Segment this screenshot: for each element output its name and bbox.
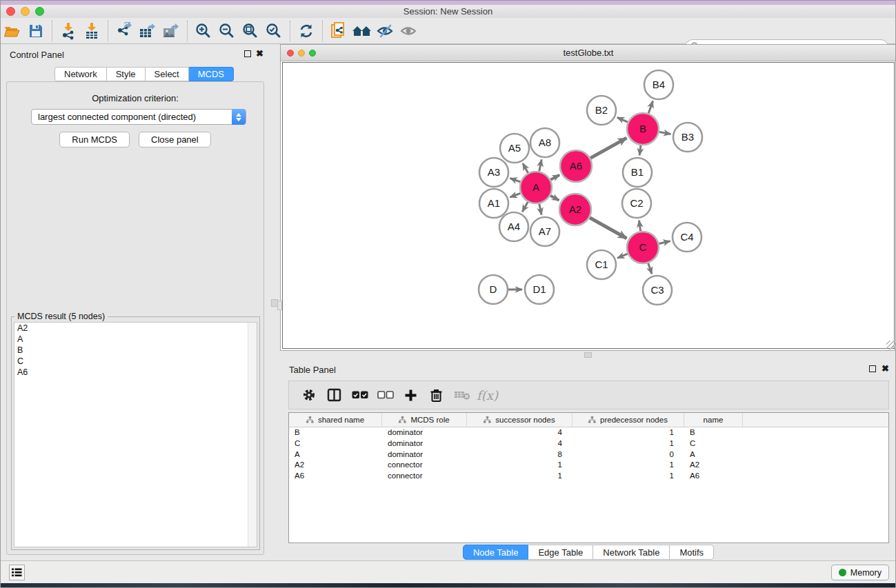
- table-row[interactable]: Bdominator41B: [289, 427, 888, 438]
- zoom-out-icon[interactable]: [215, 20, 239, 42]
- column-header-successor-nodes[interactable]: successor nodes: [467, 413, 573, 427]
- refresh-layout-icon[interactable]: [295, 20, 318, 42]
- list-scrollbar[interactable]: [248, 323, 257, 547]
- float-panel-icon[interactable]: [244, 50, 251, 57]
- deselect-all-checkboxes-icon[interactable]: [372, 383, 398, 407]
- edge-C-C1[interactable]: [617, 254, 628, 258]
- close-panel-icon[interactable]: ✖: [882, 363, 889, 374]
- titlebar[interactable]: Session: New Session: [1, 5, 895, 18]
- edge-C-C2[interactable]: [639, 221, 640, 231]
- delete-column-icon[interactable]: [424, 383, 449, 407]
- float-panel-icon[interactable]: [869, 365, 876, 372]
- table-settings-icon[interactable]: [296, 383, 321, 407]
- close-panel-button[interactable]: Close panel: [139, 132, 211, 148]
- canvas-side-handle[interactable]: [277, 301, 282, 310]
- edge-A6-B[interactable]: [590, 138, 626, 158]
- node-C4[interactable]: C4: [673, 223, 701, 252]
- result-list-item[interactable]: A: [14, 334, 257, 345]
- column-header-MCDS-role[interactable]: MCDS role: [382, 413, 467, 427]
- edge-B-B1[interactable]: [639, 145, 641, 155]
- table-row[interactable]: Adominator80A: [289, 449, 888, 460]
- node-B2[interactable]: B2: [587, 96, 616, 125]
- network-window-titlebar[interactable]: testGlobe.txt: [281, 45, 896, 61]
- network-canvas[interactable]: B4B2BB3A8A5A6A3B1AA1C2A2A4A7C4CC1C3DD1: [282, 62, 895, 349]
- node-A7[interactable]: A7: [530, 217, 559, 246]
- edge-A-A1[interactable]: [510, 193, 520, 197]
- result-list-item[interactable]: A2: [14, 323, 257, 334]
- tab-style[interactable]: Style: [107, 67, 146, 81]
- edge-A-A7[interactable]: [539, 204, 541, 215]
- edge-A-A8[interactable]: [539, 160, 541, 172]
- network-graph[interactable]: B4B2BB3A8A5A6A3B1AA1C2A2A4A7C4CC1C3DD1: [283, 63, 894, 348]
- export-image-icon[interactable]: [159, 20, 183, 42]
- network-snapshot-icon[interactable]: [327, 20, 350, 42]
- home-view-icon[interactable]: [350, 20, 374, 42]
- export-network-icon[interactable]: [112, 20, 136, 42]
- edge-A-A6[interactable]: [550, 175, 559, 180]
- tab-edge-table[interactable]: Edge Table: [528, 545, 593, 560]
- node-A[interactable]: A: [520, 172, 552, 203]
- edge-A-A2[interactable]: [550, 196, 559, 201]
- edge-A2-C[interactable]: [590, 218, 627, 239]
- tab-select[interactable]: Select: [146, 67, 189, 81]
- import-network-icon[interactable]: [57, 20, 80, 42]
- node-B4[interactable]: B4: [644, 70, 673, 99]
- node-A1[interactable]: A1: [479, 189, 508, 218]
- mcds-result-list[interactable]: A2ABCA6: [14, 322, 257, 547]
- zoom-selected-icon[interactable]: [262, 20, 286, 42]
- node-A2[interactable]: A2: [559, 194, 591, 225]
- close-panel-icon[interactable]: ✖: [256, 48, 263, 59]
- node-C3[interactable]: C3: [643, 276, 672, 305]
- node-D[interactable]: D: [479, 275, 508, 304]
- memory-button[interactable]: Memory: [831, 565, 889, 580]
- edge-B-B4[interactable]: [648, 101, 653, 114]
- task-history-button[interactable]: [9, 565, 25, 580]
- node-C2[interactable]: C2: [622, 189, 651, 218]
- hide-selected-icon[interactable]: [374, 20, 397, 42]
- table-row[interactable]: A6connector11A6: [289, 471, 888, 482]
- edge-A-A4[interactable]: [522, 202, 528, 212]
- node-A5[interactable]: A5: [500, 134, 529, 163]
- node-A4[interactable]: A4: [499, 212, 528, 241]
- edge-A-A5[interactable]: [523, 163, 528, 173]
- column-header-shared-name[interactable]: shared name: [289, 413, 382, 427]
- node-D1[interactable]: D1: [525, 275, 554, 304]
- delete-table-icon[interactable]: [449, 383, 475, 407]
- edge-A-A3[interactable]: [510, 178, 521, 181]
- column-header-name[interactable]: name: [684, 413, 743, 427]
- node-C[interactable]: C: [627, 232, 659, 263]
- export-table-icon[interactable]: [136, 20, 159, 42]
- node-B3[interactable]: B3: [673, 123, 702, 152]
- horizontal-splitter[interactable]: [280, 351, 896, 359]
- tab-mcds[interactable]: MCDS: [189, 67, 234, 81]
- function-builder-icon[interactable]: f(x): [475, 383, 500, 407]
- node-A6[interactable]: A6: [560, 150, 592, 182]
- select-all-checkboxes-icon[interactable]: [347, 383, 372, 407]
- tab-node-table[interactable]: Node Table: [463, 545, 529, 560]
- column-header-predecessor-nodes[interactable]: predecessor nodes: [573, 413, 684, 427]
- tab-network[interactable]: Network: [54, 67, 107, 81]
- edge-B-B3[interactable]: [659, 132, 671, 134]
- tab-motifs[interactable]: Motifs: [670, 545, 714, 560]
- open-session-icon[interactable]: [1, 20, 24, 42]
- table-row[interactable]: Cdominator41C: [289, 438, 888, 449]
- edge-C-C3[interactable]: [648, 263, 652, 274]
- show-all-icon[interactable]: [397, 20, 421, 42]
- result-list-item[interactable]: B: [14, 345, 257, 356]
- window-resize-grip[interactable]: [886, 341, 895, 349]
- node-C1[interactable]: C1: [587, 250, 616, 279]
- result-list-item[interactable]: A6: [14, 367, 257, 378]
- node-A3[interactable]: A3: [479, 158, 508, 187]
- split-columns-icon[interactable]: [321, 383, 347, 407]
- zoom-fit-icon[interactable]: [239, 20, 262, 42]
- result-list-item[interactable]: C: [14, 356, 257, 367]
- table-row[interactable]: A2connector11A2: [289, 460, 888, 471]
- save-session-icon[interactable]: [24, 20, 48, 42]
- edge-B-B2[interactable]: [617, 117, 628, 122]
- node-B1[interactable]: B1: [623, 158, 652, 187]
- splitter-handle[interactable]: [584, 352, 592, 358]
- import-table-icon[interactable]: [80, 20, 103, 42]
- run-mcds-button[interactable]: Run MCDS: [59, 132, 130, 148]
- edge-C-C4[interactable]: [659, 241, 670, 244]
- node-B[interactable]: B: [627, 113, 659, 145]
